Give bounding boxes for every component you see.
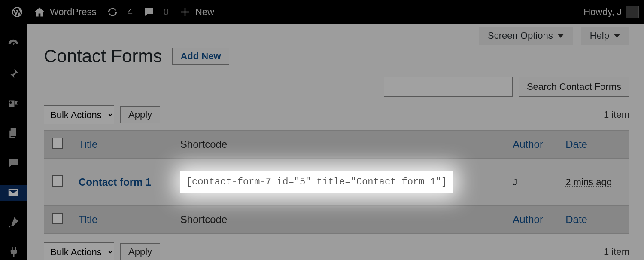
media-icon xyxy=(7,97,20,110)
envelope-icon xyxy=(7,186,20,199)
menu-comments[interactable] xyxy=(0,155,27,171)
row-title-cell: Contact form 1 xyxy=(71,159,173,206)
admin-menu xyxy=(0,24,27,260)
col-shortcode: Shortcode xyxy=(173,131,505,159)
tablenav-bottom: Bulk Actions Apply 1 item xyxy=(44,242,629,260)
admin-bar: WordPress 4 0 New Howdy, J xyxy=(0,0,644,24)
refresh-icon xyxy=(106,6,118,18)
updates-link[interactable]: 4 xyxy=(101,6,137,18)
menu-posts[interactable] xyxy=(0,66,27,82)
page-title: Contact Forms xyxy=(44,46,162,67)
checkbox-icon xyxy=(52,213,63,224)
chevron-down-icon xyxy=(614,34,620,38)
check-all-header[interactable] xyxy=(44,131,71,159)
updates-count: 4 xyxy=(123,6,132,18)
item-count-bottom: 1 item xyxy=(604,246,629,257)
screen-options-label: Screen Options xyxy=(488,30,553,41)
home-icon xyxy=(33,6,46,18)
table-head: Title Shortcode Author Date xyxy=(44,131,629,159)
menu-pages[interactable] xyxy=(0,125,27,141)
checkbox-icon xyxy=(52,175,63,187)
pin-icon xyxy=(7,67,20,80)
comment-icon xyxy=(7,156,20,169)
item-count-top: 1 item xyxy=(604,109,629,120)
plus-icon xyxy=(179,6,191,18)
apply-button-top[interactable]: Apply xyxy=(120,106,160,123)
check-all-footer[interactable] xyxy=(44,206,71,234)
wordpress-icon xyxy=(11,6,23,18)
comments-link[interactable]: 0 xyxy=(138,6,174,18)
help-label: Help xyxy=(590,30,609,41)
search-button[interactable]: Search Contact Forms xyxy=(519,77,629,97)
new-content[interactable]: New xyxy=(174,6,219,18)
menu-contact[interactable] xyxy=(0,185,27,201)
search-input[interactable] xyxy=(384,77,513,97)
comments-count: 0 xyxy=(159,6,169,18)
row-author: J xyxy=(505,159,558,206)
col-author-foot[interactable]: Author xyxy=(505,206,558,234)
page-header: Contact Forms Add New xyxy=(44,46,629,67)
add-new-button[interactable]: Add New xyxy=(172,48,229,65)
col-title[interactable]: Title xyxy=(71,131,173,159)
menu-dashboard[interactable] xyxy=(0,36,27,52)
site-name: WordPress xyxy=(50,6,96,18)
search-row: Search Contact Forms xyxy=(44,77,629,97)
col-date-foot[interactable]: Date xyxy=(558,206,629,234)
plug-icon xyxy=(7,245,20,258)
help-tab[interactable]: Help xyxy=(581,27,629,45)
chevron-down-icon xyxy=(557,34,564,38)
form-title-link[interactable]: Contact form 1 xyxy=(79,176,151,188)
new-label: New xyxy=(195,6,214,18)
checkbox-icon xyxy=(52,138,63,149)
shortcode-highlight: [contact-form-7 id="5" title="Contact fo… xyxy=(180,171,453,193)
tablenav-top: Bulk Actions Apply 1 item xyxy=(44,105,629,124)
pages-icon xyxy=(7,127,20,140)
brush-icon xyxy=(7,216,20,229)
apply-button-bottom[interactable]: Apply xyxy=(120,243,160,260)
site-home[interactable]: WordPress xyxy=(28,6,101,18)
comment-icon xyxy=(143,6,155,18)
col-date[interactable]: Date xyxy=(558,131,629,159)
menu-appearance[interactable] xyxy=(0,214,27,230)
row-date: 2 mins ago xyxy=(558,159,629,206)
dashboard-icon xyxy=(7,38,20,51)
howdy-text: Howdy, J xyxy=(583,6,622,18)
col-title-foot[interactable]: Title xyxy=(71,206,173,234)
account-menu[interactable]: Howdy, J xyxy=(583,6,639,18)
col-author[interactable]: Author xyxy=(505,131,558,159)
screen-meta: Screen Options Help xyxy=(44,27,629,45)
menu-media[interactable] xyxy=(0,95,27,111)
wordpress-logo[interactable] xyxy=(6,6,28,18)
menu-plugins[interactable] xyxy=(0,244,27,260)
row-check[interactable] xyxy=(44,159,71,206)
col-shortcode-foot: Shortcode xyxy=(173,206,505,234)
bulk-actions-select[interactable]: Bulk Actions xyxy=(44,105,114,124)
screen-options-tab[interactable]: Screen Options xyxy=(479,27,573,45)
bulk-actions-select-bottom[interactable]: Bulk Actions xyxy=(44,242,114,260)
avatar xyxy=(626,6,639,18)
table-foot: Title Shortcode Author Date xyxy=(44,206,629,234)
content-wrap: Screen Options Help Contact Forms Add Ne… xyxy=(27,24,644,260)
